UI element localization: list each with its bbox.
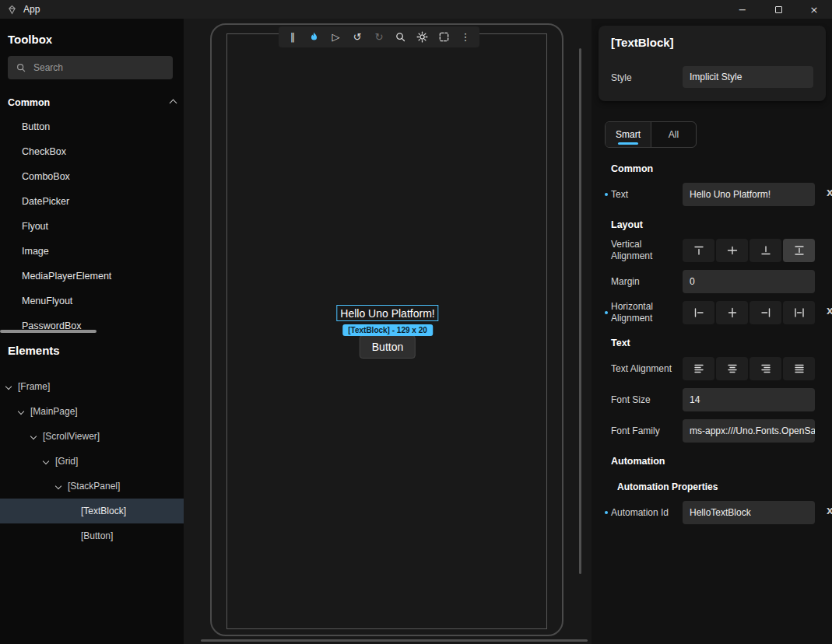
horizontal-alignment-group: [683, 301, 815, 324]
text-property-input[interactable]: Hello Uno Platform!: [683, 183, 815, 206]
common-section-label: Common: [8, 97, 50, 108]
redo-icon[interactable]: ↻: [370, 28, 388, 47]
chevron-down-icon[interactable]: [18, 408, 24, 415]
text-property-value: Hello Uno Platform!: [690, 189, 771, 200]
tree-item-label: [Grid]: [55, 456, 78, 467]
valign-top-button[interactable]: [683, 239, 714, 262]
tree-item-label: [MainPage]: [30, 406, 78, 417]
valign-stretch-button[interactable]: [783, 239, 815, 262]
tree-item-label: [Button]: [81, 530, 113, 541]
reset-text-button[interactable]: X: [827, 188, 832, 198]
font-size-value: 14: [690, 394, 700, 405]
halign-center-button[interactable]: [716, 301, 748, 324]
undo-icon[interactable]: ↺: [348, 28, 367, 47]
play-icon[interactable]: ▷: [326, 28, 345, 47]
font-size-input[interactable]: 14: [683, 388, 815, 411]
inspect-element-icon[interactable]: [391, 28, 410, 47]
toolbox-item-passwordbox[interactable]: PasswordBox: [0, 313, 184, 338]
section-text: Text: [611, 338, 630, 348]
text-align-right-button[interactable]: [750, 357, 781, 380]
minimize-button[interactable]: −: [725, 0, 760, 19]
chevron-up-icon: [170, 99, 177, 107]
automation-id-label: Automation Id: [611, 507, 675, 519]
text-align-center-button[interactable]: [716, 357, 748, 380]
text-align-left-button[interactable]: [683, 357, 714, 380]
elements-title: Elements: [8, 344, 60, 357]
close-icon: ×: [810, 4, 819, 16]
tree-item-label: [Frame]: [18, 381, 50, 392]
drag-handle-icon[interactable]: ‖: [283, 28, 302, 47]
selected-element-card: [TextBlock] Style Implicit Style: [599, 26, 826, 101]
toolbox-horizontal-scrollbar[interactable]: [0, 330, 97, 333]
chevron-down-icon[interactable]: [5, 383, 12, 390]
chevron-down-icon[interactable]: [43, 458, 49, 464]
reset-horizontal-alignment-button[interactable]: X: [827, 306, 832, 317]
halign-right-button[interactable]: [750, 301, 781, 324]
toolbox-item-menuflyout[interactable]: MenuFlyout: [0, 289, 184, 313]
tree-item-label: [TextBlock]: [81, 506, 126, 516]
tree-item-stackpanel[interactable]: [StackPanel]: [0, 474, 184, 499]
halign-left-button[interactable]: [683, 301, 714, 324]
tree-item-mainpage[interactable]: [MainPage]: [0, 399, 184, 424]
tree-item-scrollviewer[interactable]: [ScrollViewer]: [0, 424, 184, 449]
halign-stretch-button[interactable]: [783, 301, 815, 324]
property-row-font-size: Font Size 14: [592, 388, 832, 411]
style-value: Implicit Style: [690, 72, 742, 82]
tab-all-label: All: [669, 129, 679, 140]
automation-id-input[interactable]: HelloTextBlock: [683, 501, 815, 524]
toolbox-search[interactable]: [8, 56, 173, 79]
modified-indicator-dot: [605, 311, 608, 314]
chevron-down-icon[interactable]: [55, 483, 61, 489]
close-button[interactable]: ×: [796, 0, 832, 19]
margin-input[interactable]: 0: [683, 270, 815, 293]
valign-bottom-button[interactable]: [750, 239, 781, 262]
subsection-automation-properties: Automation Properties: [617, 481, 718, 492]
toolbox-section-common[interactable]: Common: [0, 92, 184, 114]
canvas-vertical-scrollbar[interactable]: [579, 48, 581, 574]
app-title: App: [23, 4, 40, 15]
property-row-text-alignment: Text Alignment: [592, 357, 832, 380]
margin-value: 0: [690, 276, 695, 287]
valign-center-button[interactable]: [716, 239, 748, 262]
font-family-label: Font Family: [611, 425, 675, 437]
property-row-text: Text Hello Uno Platform!: [592, 183, 832, 206]
maximize-button[interactable]: [760, 0, 796, 19]
text-align-justify-button[interactable]: [783, 357, 815, 380]
theme-sun-icon[interactable]: [412, 28, 431, 47]
tree-item-button[interactable]: [Button]: [0, 523, 184, 548]
style-value-field[interactable]: Implicit Style: [683, 66, 813, 88]
more-options-icon[interactable]: ⋮: [456, 28, 475, 47]
toolbox-item-datepicker[interactable]: DatePicker: [0, 189, 184, 214]
toolbox-item-checkbox[interactable]: CheckBox: [0, 139, 184, 164]
toolbox-item-image[interactable]: Image: [0, 239, 184, 264]
tab-smart-label: Smart: [616, 129, 641, 140]
search-input[interactable]: [33, 62, 158, 73]
toolbox-item-button[interactable]: Button: [0, 114, 184, 139]
properties-panel: [TextBlock] Style Implicit Style Smart A…: [592, 19, 832, 644]
tab-smart[interactable]: Smart: [606, 122, 651, 147]
canvas-textblock-selected[interactable]: Hello Uno Platform!: [336, 305, 438, 321]
toolbox-item-combobox[interactable]: ComboBox: [0, 164, 184, 189]
tab-all[interactable]: All: [651, 122, 696, 147]
app-window: { "titlebar": { "app_name": "App", "mini…: [0, 0, 832, 644]
canvas-horizontal-scrollbar[interactable]: [201, 639, 588, 642]
vertical-alignment-label: Vertical Alignment: [611, 239, 675, 262]
font-family-value: ms-appx:///Uno.Fonts.OpenSan: [690, 425, 815, 436]
toolbox-item-mediaplayerelement[interactable]: MediaPlayerElement: [0, 264, 184, 289]
toolbox-item-flyout[interactable]: Flyout: [0, 214, 184, 239]
text-property-label: Text: [611, 189, 675, 201]
canvas-button-control[interactable]: Button: [360, 335, 416, 359]
property-row-automation-id: Automation Id HelloTextBlock: [592, 501, 832, 524]
tree-item-frame[interactable]: [Frame]: [0, 374, 184, 399]
font-family-input[interactable]: ms-appx:///Uno.Fonts.OpenSan: [683, 419, 815, 443]
chevron-down-icon[interactable]: [30, 433, 37, 439]
hot-reload-flame-icon[interactable]: [305, 28, 324, 47]
tree-item-grid[interactable]: [Grid]: [0, 449, 184, 474]
tree-item-textblock[interactable]: [TextBlock]: [0, 499, 184, 523]
reset-automation-id-button[interactable]: X: [827, 506, 832, 516]
property-row-horizontal-alignment: Horizontal Alignment: [592, 301, 832, 324]
selection-tool-icon[interactable]: [434, 28, 453, 47]
style-label: Style: [611, 72, 632, 83]
property-row-vertical-alignment: Vertical Alignment: [592, 239, 832, 262]
properties-tabs: Smart All: [605, 121, 697, 148]
